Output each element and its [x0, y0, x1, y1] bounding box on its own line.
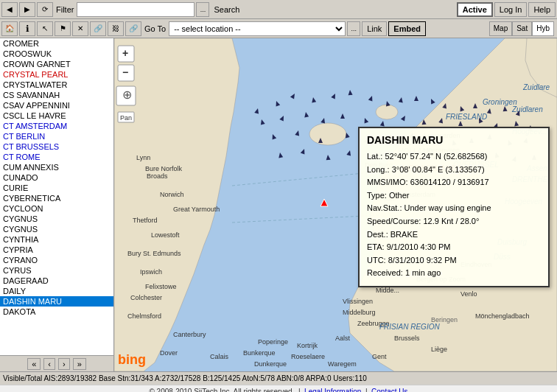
- ship-list-item[interactable]: CSCL LE HAVRE: [0, 111, 113, 121]
- filter-dots-btn[interactable]: ...: [196, 2, 209, 17]
- svg-text:Norwich: Norwich: [160, 191, 184, 198]
- hyb-btn[interactable]: Hyb: [532, 21, 554, 36]
- ship-list-item[interactable]: CYCLOON: [0, 203, 113, 214]
- help-button[interactable]: Help: [528, 2, 556, 17]
- cursor-icon[interactable]: ↖: [37, 21, 53, 36]
- map-btn[interactable]: Map: [489, 21, 512, 36]
- svg-text:Roeselaere: Roeselaere: [291, 353, 325, 360]
- goto-label: Go To: [144, 24, 166, 33]
- ship-list-item[interactable]: CYNTHIA: [0, 234, 113, 245]
- login-button[interactable]: Log In: [494, 2, 528, 17]
- footer-line1: © 2008-2010 SiiTech Inc. All rights rese…: [149, 388, 407, 393]
- ship-list-item[interactable]: CUNADO: [0, 172, 113, 183]
- ship-list-item[interactable]: CYGNUS: [0, 214, 113, 224]
- link-button[interactable]: Link: [362, 21, 387, 36]
- ship-list-item[interactable]: CYBERNETICA: [0, 193, 113, 203]
- ship-popup: DAISHIN MARU Lat.: 52°40' 57.24" N (52.6…: [358, 127, 550, 287]
- svg-text:Dover: Dover: [160, 349, 178, 357]
- ship-list-item[interactable]: DAILY: [0, 286, 113, 296]
- svg-text:Broads: Broads: [147, 172, 168, 180]
- svg-text:Venlo: Venlo: [460, 290, 477, 298]
- link3-icon[interactable]: 🔗: [125, 21, 141, 36]
- last-page-btn[interactable]: »: [73, 358, 86, 370]
- toolbar2: 🏠 ℹ ↖ ⚑ ✕ 🔗 ⛓ 🔗 Go To -- select location…: [0, 19, 557, 38]
- ship-list-item[interactable]: CSAV APPENNINI: [0, 100, 113, 111]
- svg-text:Chelmsford: Chelmsford: [127, 312, 161, 320]
- svg-text:Bury St. Edmunds: Bury St. Edmunds: [127, 250, 181, 257]
- filter-label: Filter: [56, 5, 74, 14]
- ship-list-item[interactable]: CYRANO: [0, 255, 113, 265]
- svg-text:Thetford: Thetford: [133, 217, 158, 224]
- svg-text:Vlissingen: Vlissingen: [343, 298, 373, 305]
- prev-page-btn[interactable]: ‹: [43, 358, 55, 370]
- search-label: Search: [214, 5, 239, 14]
- ship-list-item[interactable]: CROOSWUK: [0, 49, 113, 59]
- ship-list-item[interactable]: CRYSTAL PEARL: [0, 69, 113, 80]
- popup-type: Type: Other: [367, 189, 541, 203]
- ship-sidebar: CROMERCROOSWUKCROWN GARNETCRYSTAL PEARLC…: [0, 38, 114, 371]
- toolbar1: ◀ ▶ ⟳ Filter ... Search Active Log In He…: [0, 0, 557, 19]
- popup-received: Received: 1 min ago: [367, 267, 541, 280]
- ship-list-item[interactable]: CYPRIA: [0, 245, 113, 255]
- nav-row: « ‹ › »: [0, 355, 113, 371]
- active-button[interactable]: Active: [457, 2, 493, 17]
- svg-text:Calais: Calais: [210, 353, 229, 360]
- info-icon[interactable]: ℹ: [19, 21, 35, 36]
- svg-text:Mönchengladbach: Mönchengladbach: [475, 312, 530, 320]
- sat-btn[interactable]: Sat: [512, 21, 532, 36]
- forward-icon[interactable]: ▶: [19, 2, 35, 17]
- ship-list-item[interactable]: CROWN GARNET: [0, 59, 113, 69]
- popup-eta: ETA: 9/1/2010 4:30 PM: [367, 241, 541, 254]
- ship-list-item[interactable]: CS SAVANNAH: [0, 90, 113, 100]
- ship-list-item[interactable]: CYGNUS: [0, 224, 113, 234]
- footer-contact-link[interactable]: Contact Us: [371, 388, 407, 393]
- ship-list-item[interactable]: CT ROME: [0, 152, 113, 162]
- svg-text:Brussels: Brussels: [394, 335, 420, 342]
- embed-button[interactable]: Embed: [388, 21, 426, 36]
- footer-legal-link[interactable]: Legal Information: [304, 388, 361, 393]
- popup-utc: UTC: 8/31/2010 9:32 PM: [367, 254, 541, 267]
- filter-input[interactable]: [77, 2, 195, 17]
- footer: © 2008-2010 SiiTech Inc. All rights rese…: [0, 385, 557, 392]
- svg-text:Zuidlare: Zuidlare: [522, 83, 550, 91]
- footer-copyright: © 2008-2010 SiiTech Inc. All rights rese…: [149, 388, 294, 393]
- svg-text:Midde...: Midde...: [376, 287, 399, 294]
- home-icon[interactable]: 🏠: [1, 21, 18, 36]
- goto-dots-btn[interactable]: ...: [347, 21, 360, 36]
- svg-text:FRIESLAND: FRIESLAND: [446, 113, 487, 121]
- ship-list-item[interactable]: CT AMSTERDAM: [0, 121, 113, 131]
- map-type-buttons: Map Sat Hyb: [489, 21, 554, 36]
- svg-text:Lowestoft: Lowestoft: [151, 231, 180, 239]
- status-text: Visible/Total AIS:2893/19382 Base Stn:31…: [3, 374, 367, 382]
- svg-text:Middelburg: Middelburg: [343, 309, 376, 316]
- flag-icon[interactable]: ⚑: [55, 21, 71, 36]
- ship-list-item[interactable]: CROMER: [0, 38, 113, 49]
- refresh-icon[interactable]: ⟳: [37, 2, 53, 17]
- svg-text:−: −: [122, 66, 128, 78]
- svg-text:Poperinge: Poperinge: [258, 338, 288, 346]
- svg-text:Liège: Liège: [431, 346, 447, 353]
- location-select[interactable]: -- select location --: [169, 21, 346, 36]
- link-icon[interactable]: 🔗: [90, 21, 106, 36]
- ship-list-item[interactable]: DAKOTA: [0, 307, 113, 317]
- cross-icon[interactable]: ✕: [72, 21, 88, 36]
- svg-point-5: [376, 105, 398, 119]
- ship-list-item[interactable]: CURIE: [0, 183, 113, 193]
- ship-list[interactable]: CROMERCROOSWUKCROWN GARNETCRYSTAL PEARLC…: [0, 38, 113, 355]
- ship-list-item[interactable]: CUM ANNEXIS: [0, 162, 113, 172]
- svg-point-4: [309, 123, 346, 145]
- ship-list-item[interactable]: CYRUS: [0, 265, 113, 276]
- ship-list-item[interactable]: CT BRUSSELS: [0, 141, 113, 152]
- ship-list-item[interactable]: CRYSTALWATER: [0, 80, 113, 90]
- next-page-btn[interactable]: ›: [58, 358, 70, 370]
- ship-list-item[interactable]: DAGERAAD: [0, 276, 113, 286]
- back-icon[interactable]: ◀: [1, 2, 18, 17]
- ship-list-item[interactable]: DAISHIN MARU: [0, 296, 113, 307]
- popup-speed: Speed/Course: 12.9 Knt / 28.0°: [367, 215, 541, 228]
- ship-list-item[interactable]: CT BERLIN: [0, 131, 113, 141]
- popup-title: DAISHIN MARU: [367, 134, 541, 146]
- link2-icon[interactable]: ⛓: [108, 21, 124, 36]
- first-page-btn[interactable]: «: [27, 358, 41, 370]
- svg-text:Gent: Gent: [372, 353, 387, 360]
- popup-mmsi: MMSI/IMO: 636014120 / 9136917: [367, 176, 541, 189]
